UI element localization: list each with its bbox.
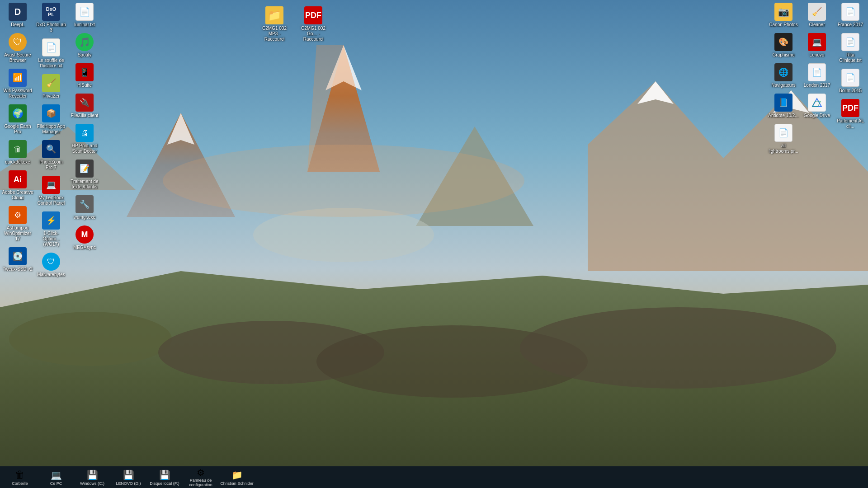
- wifi-icon: 📶: [9, 69, 27, 87]
- bolim-icon: 📄: [841, 69, 859, 87]
- parlement-label: Parlement AL cli...: [835, 118, 866, 129]
- dxo-label: DxO PhotoLab 3: [35, 22, 67, 33]
- recycle-icon: 🗑: [14, 469, 26, 481]
- icon-spotify[interactable]: 🎵 Spotify: [68, 31, 101, 60]
- filehippo-icon: 📦: [42, 104, 60, 122]
- panneau-icon: ⚙: [194, 467, 207, 478]
- france-icon: 📄: [841, 3, 859, 21]
- icon-navigateurs[interactable]: 🌐 Navigateurs: [767, 61, 800, 90]
- icon-graphisme[interactable]: 🎨 Graphisme: [767, 31, 800, 60]
- dxo-icon: DxOPL: [42, 3, 60, 21]
- antidote-icon: 📘: [774, 94, 793, 112]
- icon-ashampoo[interactable]: ⚙ Ashampoo WinOptimizer 17: [1, 204, 34, 244]
- icon-dxo[interactable]: DxOPL DxO PhotoLab 3: [34, 1, 68, 35]
- spotify-icon: 🎵: [75, 33, 94, 51]
- taskbar-cepc-label: Ce PC: [50, 482, 62, 486]
- graphisme-label: Graphisme: [773, 52, 795, 58]
- avast-label: Avast Secure Browser: [2, 52, 33, 63]
- icon-rita[interactable]: 📄 Rita Clinique.txt: [834, 31, 867, 65]
- c2mg1-mp3-icon: 📁: [265, 6, 283, 24]
- privazer-label: PrivaZer: [42, 94, 60, 99]
- icon-antidote[interactable]: 📘 Antidote 10/2...: [767, 92, 800, 120]
- taskbar-cepc[interactable]: 💻 Ce PC: [38, 466, 74, 488]
- icon-lightroom[interactable]: 📄 all lightrooms.pr...: [767, 122, 800, 156]
- icon-luminar[interactable]: 📄 luminar.txt: [68, 1, 101, 29]
- icon-deepl[interactable]: D DeepL: [1, 1, 34, 29]
- icon-privazer[interactable]: 🧹 PrivaZer: [34, 72, 68, 101]
- filezilla-icon: 🔌: [75, 94, 94, 112]
- icon-wumgr[interactable]: 🔧 wumgr.exe: [68, 193, 101, 222]
- icon-tweak[interactable]: 💽 Tweak-SSD v2: [1, 245, 34, 274]
- rita-icon: 📄: [841, 33, 859, 51]
- london-icon: 📄: [808, 63, 826, 81]
- icon-wifi[interactable]: 📶 Wifi Password Revealer: [1, 67, 34, 101]
- icon-oneclick[interactable]: ⚡ 1-Click-Optimi... (WO17): [34, 210, 68, 249]
- taskbar-christian-label: Christian Schnider: [220, 482, 254, 486]
- adobe-icon: Ai: [9, 170, 27, 188]
- icon-bolim[interactable]: 📄 Bolim.2015: [834, 67, 867, 95]
- photozoom-icon: 🔍: [42, 140, 60, 158]
- malwarebytes-label: Malwarebytes: [37, 272, 65, 277]
- spotify-label: Spotify: [78, 52, 92, 58]
- desktop: D DeepL 🛡 Avast Secure Browser 📶 Wifi Pa…: [0, 0, 868, 488]
- taskbar: 🗑 Corbeille 💻 Ce PC 💾 Windows (C:) 💾 LEN…: [0, 466, 868, 488]
- christian-icon: 📁: [231, 469, 243, 481]
- lightroom-icon: 📄: [774, 124, 793, 142]
- icon-hisuite[interactable]: 📱 HiSuite: [68, 61, 101, 90]
- tweak-icon: 💽: [9, 247, 27, 265]
- icon-traitement[interactable]: 📝 Traitement de texte Atlantis: [68, 158, 101, 192]
- icon-souffle[interactable]: 📄 Le souffle de l'histoire.txt: [34, 37, 68, 70]
- icon-hp[interactable]: 🖨 HP Print and Scan Doctor: [68, 122, 101, 156]
- cepc-icon: 💻: [50, 469, 62, 481]
- quickdel-label: quickdel.exe: [5, 160, 30, 165]
- canon-icon: 📷: [774, 3, 793, 21]
- cleaner-label: Cleaner: [809, 22, 825, 28]
- taskbar-panneau[interactable]: ⚙ Panneau de configuration: [183, 466, 219, 488]
- icon-earth[interactable]: 🌍 Google Earth Pro: [1, 103, 34, 136]
- icon-mylenovo[interactable]: 💻 My LenBoox Control Panel: [34, 174, 68, 208]
- luminar-label: luminar.txt: [74, 22, 95, 28]
- icon-quickdel[interactable]: 🗑 quickdel.exe: [1, 138, 34, 167]
- oneclick-icon: ⚡: [42, 211, 60, 230]
- adobe-label: Adobe Creative Cloud: [2, 190, 33, 201]
- svg-point-17: [163, 145, 524, 217]
- mylenovo-icon: 💻: [42, 176, 60, 194]
- taskbar-lenovo-d[interactable]: 💾 LENOVO (D:): [110, 466, 146, 488]
- oneclick-label: 1-Click-Optimi... (WO17): [35, 231, 67, 247]
- icon-c2mg1-go[interactable]: PDF C2MG1 002 Go... - Raccourci: [297, 5, 330, 44]
- icon-adobe[interactable]: Ai Adobe Creative Cloud: [1, 169, 34, 202]
- tweak-label: Tweak-SSD v2: [3, 267, 33, 272]
- icon-googledrive[interactable]: Google Drive: [800, 92, 834, 120]
- wifi-label: Wifi Password Revealer: [2, 88, 33, 99]
- icon-mega[interactable]: M MEGAsync: [68, 224, 101, 252]
- cleaner-icon: 🧹: [808, 3, 826, 21]
- icon-c2mg1-mp3[interactable]: 📁 C2MG1 002 MP3 - Raccourci: [258, 5, 291, 44]
- icon-avast[interactable]: 🛡 Avast Secure Browser: [1, 31, 34, 65]
- taskbar-windows-c[interactable]: 💾 Windows (C:): [74, 466, 110, 488]
- icon-parlement[interactable]: PDF Parlement AL cli...: [834, 97, 867, 131]
- taskbar-corbeille-label: Corbeille: [12, 482, 28, 486]
- taskbar-lenovo-d-label: LENOVO (D:): [116, 482, 141, 486]
- icon-canon[interactable]: 📷 Canon Photos: [767, 1, 800, 29]
- icon-malwarebytes[interactable]: 🛡 Malwarebytes: [34, 251, 68, 279]
- filehippo-label: FileHippo App Manager: [35, 124, 67, 135]
- taskbar-disque-f[interactable]: 💾 Disque local (F:): [146, 466, 183, 488]
- icon-cleaner[interactable]: 🧹 Cleaner: [800, 1, 834, 29]
- icon-filehippo[interactable]: 📦 FileHippo App Manager: [34, 103, 68, 136]
- taskbar-disque-f-label: Disque local (F:): [150, 482, 179, 486]
- icon-france[interactable]: 📄 France 2017: [834, 1, 867, 29]
- svg-point-15: [520, 307, 836, 389]
- taskbar-christian[interactable]: 📁 Christian Schnider: [219, 466, 255, 488]
- hp-label: HP Print and Scan Doctor: [69, 143, 100, 154]
- navigateurs-label: Navigateurs: [771, 83, 795, 88]
- lightroom-label: all lightrooms.pr...: [768, 143, 799, 154]
- icon-london[interactable]: 📄 London 2017: [800, 61, 834, 90]
- desktop-icons-center: 📁 C2MG1 002 MP3 - Raccourci PDF C2MG1 00…: [253, 0, 335, 48]
- icon-photozoom[interactable]: 🔍 PhotoZoom Pro 7: [34, 138, 68, 172]
- taskbar-windows-c-label: Windows (C:): [80, 482, 104, 486]
- icon-filezilla[interactable]: 🔌 FileZilla client: [68, 92, 101, 120]
- icon-lenovo[interactable]: 💻 Lenovo: [800, 31, 834, 60]
- photozoom-label: PhotoZoom Pro 7: [35, 160, 67, 170]
- taskbar-corbeille[interactable]: 🗑 Corbeille: [2, 466, 38, 488]
- traitement-label: Traitement de texte Atlantis: [69, 179, 100, 190]
